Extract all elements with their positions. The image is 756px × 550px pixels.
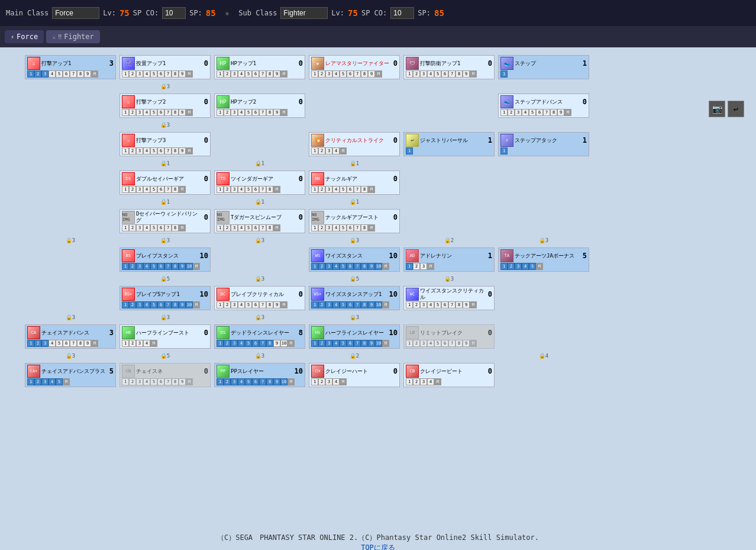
- level-btn[interactable]: 6: [536, 109, 543, 116]
- level-btn[interactable]: 5: [245, 378, 252, 385]
- level-btn[interactable]: 4: [238, 340, 245, 347]
- level-btn[interactable]: 9: [84, 340, 91, 347]
- level-btn[interactable]: 6: [157, 301, 164, 308]
- level-btn[interactable]: 5: [340, 340, 347, 347]
- level-btn[interactable]: 3: [231, 70, 238, 78]
- pp-slayer-levels[interactable]: 1 2 3 4 5 6 7 8 9 10 M: [217, 378, 303, 385]
- level-btn[interactable]: 2: [129, 70, 136, 78]
- level-btn[interactable]: 2: [224, 378, 231, 385]
- knuckle-gear-levels[interactable]: 1 2 3 4 5 6 7 8 M: [311, 186, 398, 193]
- level-btn[interactable]: 3: [325, 378, 332, 385]
- level-btn-m[interactable]: M: [280, 109, 287, 116]
- level-btn[interactable]: 1: [406, 378, 413, 385]
- level-btn[interactable]: 4: [143, 301, 150, 308]
- level-btn[interactable]: 4: [49, 70, 56, 78]
- level-btn[interactable]: 3: [231, 224, 238, 231]
- wise-stance-levels[interactable]: 1 2 3 4 5 6 7 8 9 10 M: [311, 263, 398, 270]
- level-btn[interactable]: 1: [311, 186, 318, 193]
- level-btn[interactable]: 2: [413, 301, 420, 308]
- level-btn[interactable]: 6: [252, 301, 259, 308]
- level-btn[interactable]: 9: [179, 147, 186, 155]
- melee-up3-levels[interactable]: 1 2 3 4 5 6 7 8 9 M: [122, 147, 208, 155]
- level-btn[interactable]: 1: [217, 378, 224, 385]
- level-btn[interactable]: 3: [325, 263, 332, 270]
- level-btn[interactable]: 2: [129, 147, 136, 155]
- level-btn[interactable]: 2: [413, 378, 420, 385]
- level-btn-m[interactable]: M: [186, 147, 193, 155]
- knuckle-boost-levels[interactable]: 1 2 3 4 5 6 7 8 M: [311, 224, 398, 231]
- level-btn[interactable]: 3: [136, 340, 143, 347]
- level-btn-m[interactable]: M: [434, 378, 441, 385]
- level-btn[interactable]: 5: [150, 186, 157, 193]
- level-btn[interactable]: 3: [420, 301, 427, 308]
- hp-up2-levels[interactable]: 1 2 3 4 5 6 7 8 9 M: [217, 109, 303, 116]
- level-btn[interactable]: 8: [266, 301, 273, 308]
- level-btn[interactable]: 6: [252, 340, 259, 347]
- level-btn[interactable]: 7: [259, 186, 266, 193]
- level-btn[interactable]: 7: [164, 70, 172, 78]
- level-btn[interactable]: 8: [361, 301, 368, 308]
- adrenalin-levels[interactable]: 1 2 3 M: [406, 263, 492, 270]
- level-btn[interactable]: 3: [41, 70, 49, 78]
- level-btn-m[interactable]: M: [280, 301, 287, 308]
- level-btn[interactable]: 2: [318, 378, 325, 385]
- level-btn[interactable]: 4: [427, 378, 434, 385]
- level-btn[interactable]: 2: [318, 147, 325, 155]
- level-btn-m[interactable]: M: [193, 301, 200, 308]
- level-btn[interactable]: 3: [136, 301, 143, 308]
- level-btn[interactable]: 1: [500, 109, 508, 116]
- level-btn[interactable]: 2: [508, 109, 515, 116]
- tech-arts-ja-levels[interactable]: 1 2 3 4 5 M: [500, 263, 587, 270]
- level-btn[interactable]: 4: [143, 186, 150, 193]
- main-sp-co-input[interactable]: [162, 7, 186, 19]
- level-btn[interactable]: 4: [238, 186, 245, 193]
- level-btn[interactable]: 4: [332, 186, 340, 193]
- level-btn[interactable]: 1: [217, 186, 224, 193]
- level-btn[interactable]: 8: [361, 224, 368, 231]
- level-btn[interactable]: 3: [231, 186, 238, 193]
- level-btn[interactable]: 2: [413, 70, 420, 78]
- level-btn[interactable]: 3: [136, 70, 143, 78]
- level-btn[interactable]: 7: [354, 301, 361, 308]
- halfline-slayer-levels[interactable]: 1 2 3 4 5 6 7 8 9 10 M: [311, 340, 398, 347]
- level-btn[interactable]: 1: [406, 70, 413, 78]
- level-btn[interactable]: 4: [332, 340, 340, 347]
- level-btn[interactable]: 7: [164, 301, 172, 308]
- level-btn[interactable]: 3: [515, 263, 522, 270]
- level-btn[interactable]: 9: [557, 109, 564, 116]
- level-btn[interactable]: 6: [157, 186, 164, 193]
- level-btn[interactable]: 1: [217, 340, 224, 347]
- level-btn-m[interactable]: M: [427, 263, 434, 270]
- level-btn[interactable]: 6: [441, 340, 448, 347]
- level-btn-m[interactable]: M: [340, 378, 347, 385]
- level-btn[interactable]: 1: [122, 340, 129, 347]
- level-btn[interactable]: 4: [427, 340, 434, 347]
- level-btn[interactable]: 3: [136, 224, 143, 231]
- level-btn[interactable]: 1: [311, 340, 318, 347]
- level-btn[interactable]: 3: [325, 340, 332, 347]
- just-reversal-levels[interactable]: 1: [406, 147, 492, 155]
- level-btn[interactable]: 4: [238, 109, 245, 116]
- level-btn[interactable]: 8: [361, 263, 368, 270]
- step-levels[interactable]: 1: [500, 70, 587, 78]
- level-btn-m[interactable]: M: [186, 70, 193, 78]
- level-btn[interactable]: 5: [434, 301, 441, 308]
- level-btn[interactable]: 6: [157, 70, 164, 78]
- level-btn[interactable]: 7: [259, 224, 266, 231]
- level-btn[interactable]: 2: [224, 340, 231, 347]
- level-btn[interactable]: 6: [157, 378, 164, 385]
- level-btn[interactable]: 2: [129, 109, 136, 116]
- level-btn[interactable]: 3: [325, 186, 332, 193]
- level-btn-m[interactable]: M: [186, 378, 193, 385]
- level-btn[interactable]: 6: [441, 301, 448, 308]
- level-btn-m[interactable]: M: [368, 186, 375, 193]
- level-btn-m[interactable]: M: [63, 378, 70, 385]
- level-btn[interactable]: 5: [245, 301, 252, 308]
- brave-stance-levels[interactable]: 1 2 3 4 5 6 7 8 9 10 M: [122, 263, 208, 270]
- halfline-boost-levels[interactable]: 1 2 3 4 M: [122, 340, 208, 347]
- level-btn[interactable]: 3: [41, 340, 49, 347]
- level-btn[interactable]: 3: [231, 301, 238, 308]
- level-btn-m[interactable]: M: [382, 301, 389, 308]
- level-btn[interactable]: 7: [164, 109, 172, 116]
- level-btn[interactable]: 8: [361, 186, 368, 193]
